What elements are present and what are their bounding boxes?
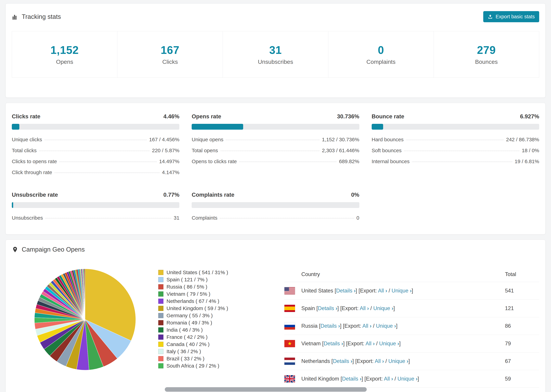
rate-row: Unique opens1,152 / 30.736%: [192, 134, 359, 145]
legend-item[interactable]: Canada ( 40 / 2% ): [158, 341, 264, 348]
geo-pie-block: [12, 268, 158, 371]
horizontal-scrollbar-thumb[interactable]: [165, 387, 367, 392]
legend-item[interactable]: Spain ( 121 / 7% ): [158, 276, 264, 283]
legend-swatch: [158, 270, 163, 275]
progress-bar-fill: [372, 124, 383, 130]
rate-title: Complaints rate: [192, 192, 234, 198]
export-all-link[interactable]: All ›: [362, 323, 372, 329]
rate-row-value: 14.497%: [159, 159, 179, 164]
export-unique-link[interactable]: Unique ›: [388, 358, 408, 364]
stat-box-complaints: 0Complaints: [328, 31, 434, 78]
stat-label: Clicks: [162, 58, 178, 65]
dotted-leader: [39, 151, 149, 151]
legend-item[interactable]: Romania ( 49 / 3% ): [158, 319, 264, 326]
details-link[interactable]: Details ›: [333, 358, 352, 364]
stat-value: 279: [477, 44, 496, 56]
legend-item[interactable]: Vietnam ( 79 / 5% ): [158, 290, 264, 298]
legend-label: Russia ( 86 / 5% ): [167, 284, 207, 290]
flag-ru-icon: [284, 322, 295, 330]
rate-row-value: 242 / 86.738%: [506, 137, 539, 142]
export-basic-stats-button[interactable]: Export basic stats: [483, 11, 539, 22]
dotted-leader: [45, 218, 171, 218]
rate-block-clicks-rate: Clicks rate4.46%Unique clicks167 / 4.456…: [12, 113, 179, 178]
geo-table-header-country: Country: [284, 268, 505, 282]
details-link[interactable]: Details ›: [324, 341, 343, 347]
export-all-link[interactable]: All ›: [375, 358, 384, 364]
dotted-leader: [406, 140, 504, 140]
rate-row: Soft bounces18 / 0%: [372, 145, 539, 156]
legend-label: India ( 46 / 3% ): [167, 327, 203, 333]
export-unique-link[interactable]: Unique ›: [397, 376, 417, 382]
export-all-link[interactable]: All ›: [366, 341, 374, 347]
rate-title: Unsubscribe rate: [12, 192, 58, 198]
export-all-link[interactable]: All ›: [360, 305, 369, 311]
bracket: [: [340, 376, 342, 382]
legend-item[interactable]: Brazil ( 33 / 2% ): [158, 355, 264, 362]
legend-item[interactable]: Germany ( 55 / 3% ): [158, 312, 264, 319]
progress-bar-fill: [12, 202, 13, 208]
details-link[interactable]: Details ›: [320, 323, 340, 329]
rate-rows: Unsubscribes31: [12, 212, 179, 223]
rate-row-label: Complaints: [192, 215, 217, 221]
tracking-stats-header: Tracking stats Export basic stats: [12, 11, 539, 22]
export-unique-link[interactable]: Unique ›: [379, 341, 399, 347]
rate-head: Opens rate30.736%: [192, 113, 359, 120]
rate-rows: Unique clicks167 / 4.456%Total clicks220…: [12, 134, 179, 178]
export-label: [Export:: [340, 305, 359, 311]
geo-table-head: Country Total: [284, 268, 539, 282]
dotted-leader: [44, 140, 147, 140]
legend-swatch: [158, 313, 163, 318]
legend-item[interactable]: Russia ( 86 / 5% ): [158, 283, 264, 290]
details-link[interactable]: Details ›: [342, 376, 361, 382]
geo-pie-chart[interactable]: [34, 268, 136, 371]
progress-bar-fill: [12, 124, 19, 130]
dotted-leader: [226, 140, 319, 140]
legend-label: Romania ( 49 / 3% ): [167, 320, 212, 326]
legend-label: Vietnam ( 79 / 5% ): [167, 291, 210, 297]
bracket: ]: [337, 305, 339, 311]
legend-item[interactable]: South Africa ( 29 / 2% ): [158, 362, 264, 369]
details-link[interactable]: Details ›: [318, 305, 338, 311]
export-unique-link[interactable]: Unique ›: [391, 288, 411, 294]
rate-title: Opens rate: [192, 113, 221, 120]
legend-item[interactable]: Netherlands ( 67 / 4% ): [158, 298, 264, 305]
legend-item[interactable]: United Kingdom ( 59 / 3% ): [158, 305, 264, 312]
export-icon: [488, 14, 493, 19]
country-total: 59: [505, 370, 539, 388]
rate-row-label: Opens to clicks rate: [192, 159, 237, 164]
bracket: ]: [409, 358, 410, 364]
export-unique-link[interactable]: Unique ›: [373, 305, 393, 311]
geo-content: United States ( 541 / 31% )Spain ( 121 /…: [12, 268, 539, 392]
stat-value: 167: [161, 44, 179, 56]
stat-label: Bounces: [475, 58, 498, 65]
export-all-link[interactable]: All ›: [384, 376, 393, 382]
export-all-link[interactable]: All ›: [378, 288, 387, 294]
country-flag: [284, 322, 295, 330]
rate-row-label: Unique opens: [192, 137, 223, 142]
details-link[interactable]: Details ›: [336, 288, 356, 294]
legend-item[interactable]: Italy ( 36 / 2% ): [158, 348, 264, 355]
flag-us-icon: [284, 287, 295, 294]
legend-swatch: [158, 320, 163, 325]
dotted-leader: [59, 162, 156, 162]
export-unique-link[interactable]: Unique ›: [376, 323, 396, 329]
rate-rows: Unique opens1,152 / 30.736%Total opens2,…: [192, 134, 359, 167]
stat-label: Unsubscribes: [258, 58, 293, 65]
legend-swatch: [158, 342, 163, 347]
rate-row-label: Click through rate: [12, 169, 52, 175]
bracket: ]: [356, 288, 357, 294]
rate-row-value: 31: [174, 215, 179, 221]
rate-block-unsubscribe-rate: Unsubscribe rate0.77%Unsubscribes31: [12, 192, 179, 223]
legend-item[interactable]: United States ( 541 / 31% ): [158, 269, 264, 276]
country-flag: [284, 357, 295, 365]
legend-item[interactable]: India ( 46 / 3% ): [158, 326, 264, 334]
bracket: ]: [393, 305, 395, 311]
flag-es-icon: [284, 305, 295, 312]
rate-row: Internal bounces19 / 6.81%: [372, 156, 539, 167]
country-name: United Kingdom: [301, 376, 339, 382]
rate-row-value: 0: [356, 215, 359, 221]
legend-item[interactable]: France ( 42 / 2% ): [158, 334, 264, 341]
country-cell: Netherlands [Details ›] [Export: All › /…: [284, 352, 505, 370]
rate-block-bounce-rate: Bounce rate6.927%Hard bounces242 / 86.73…: [372, 113, 539, 178]
bracket: [: [319, 323, 320, 329]
